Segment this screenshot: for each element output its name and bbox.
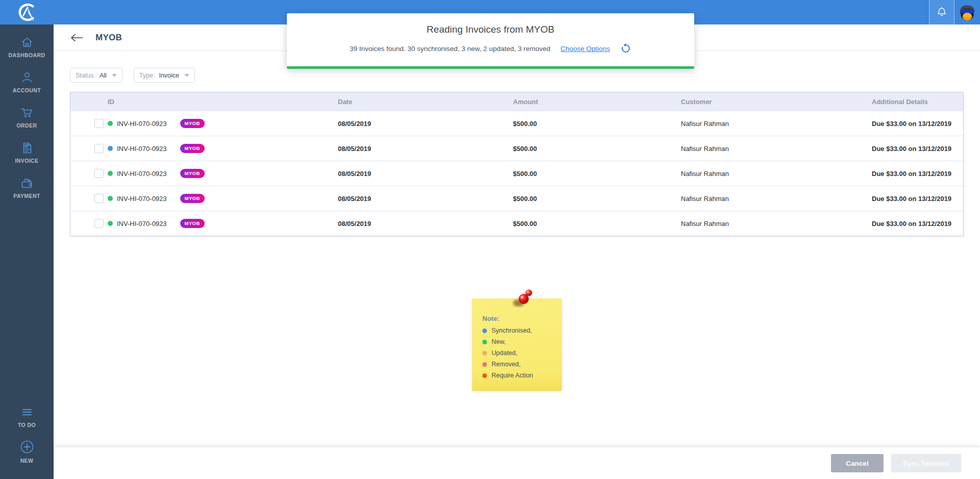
legend-dot — [482, 373, 487, 378]
user-icon — [20, 71, 34, 84]
invoice-date: 08/05/2019 — [338, 170, 513, 178]
status-dot — [108, 121, 113, 126]
source-badge: MYOB — [180, 119, 205, 128]
row-checkbox[interactable] — [94, 144, 104, 153]
source-badge: MYOB — [180, 219, 205, 228]
legend-dot — [482, 340, 487, 344]
footer-action-bar: Cancel Sync Selected — [54, 447, 980, 479]
status-dot — [108, 171, 113, 176]
sidebar-item-invoice[interactable]: $ INVOICE — [0, 138, 54, 167]
sidebar-label-dashboard: DASHBOARD — [9, 52, 45, 58]
choose-options-link[interactable]: Choose Options — [560, 45, 610, 53]
legend-item: Removed, — [482, 361, 562, 368]
type-filter-dropdown[interactable]: Type: Invoice — [134, 68, 195, 83]
row-checkbox[interactable] — [94, 194, 104, 203]
row-checkbox[interactable] — [94, 219, 104, 228]
sidebar-label-todo: TO DO — [18, 422, 36, 428]
sidebar-item-todo[interactable]: TO DO — [0, 402, 54, 431]
plus-circle-icon — [19, 439, 35, 455]
page-title: MYOB — [95, 33, 122, 43]
invoice-customer: Nafisur Rahman — [681, 145, 872, 153]
legend-item: Require Action — [482, 372, 562, 379]
main-content: MYOB Status: All Type: Invoice ID Date A… — [54, 24, 980, 479]
invoice-id: INV-HI-070-0923 — [117, 120, 167, 128]
status-dot — [108, 196, 113, 201]
id-cell: INV-HI-070-0923 MYOB — [70, 144, 338, 153]
row-checkbox[interactable] — [94, 169, 104, 178]
sync-selected-button[interactable]: Sync Selected — [891, 454, 961, 472]
cart-icon — [20, 106, 34, 119]
id-cell: INV-HI-070-0923 MYOB — [70, 219, 338, 228]
invoice-customer: Nafisur Rahman — [681, 195, 872, 203]
legend-item: New, — [482, 338, 562, 345]
sidebar-item-account[interactable]: ACCOUNT — [0, 68, 54, 96]
notifications-button[interactable] — [929, 0, 954, 24]
sidebar-item-dashboard[interactable]: DASHBOARD — [0, 33, 54, 61]
invoice-id: INV-HI-070-0923 — [117, 195, 167, 203]
column-header-amount: Amount — [513, 98, 681, 106]
invoice-details: Due $33.00 on 13/12/2019 — [872, 120, 963, 128]
invoice-id: INV-HI-070-0923 — [117, 145, 167, 153]
column-header-date: Date — [338, 98, 513, 106]
type-filter-value: Invoice — [159, 72, 179, 79]
refresh-spinner-icon — [620, 43, 631, 54]
brand-logo-icon — [16, 2, 38, 22]
legend-label: Removed, — [492, 361, 521, 368]
invoice-date: 08/05/2019 — [338, 220, 513, 228]
sidebar-item-order[interactable]: ORDER — [0, 103, 54, 132]
invoice-amount: $500.00 — [513, 220, 681, 228]
chevron-down-icon — [184, 74, 189, 77]
note-title: Note: — [482, 315, 562, 322]
avatar[interactable] — [959, 4, 976, 21]
legend-sticky-note: Note: Synchronised, New, Updated, Remove… — [472, 298, 562, 391]
column-header-id: ID — [70, 98, 338, 106]
row-checkbox[interactable] — [94, 119, 104, 128]
status-filter-dropdown[interactable]: Status: All — [70, 68, 122, 83]
penguin-avatar-icon — [959, 4, 976, 21]
app-logo[interactable] — [0, 0, 54, 24]
arrow-left-icon — [70, 33, 83, 42]
back-button[interactable] — [70, 32, 83, 43]
status-filter-label: Status: — [76, 72, 95, 79]
source-badge: MYOB — [180, 194, 205, 203]
sidebar-label-account: ACCOUNT — [13, 87, 41, 93]
invoice-amount: $500.00 — [513, 170, 681, 178]
legend-dot — [482, 329, 487, 333]
column-header-customer: Customer — [681, 98, 872, 106]
invoice-id: INV-HI-070-0923 — [117, 220, 167, 228]
table-row[interactable]: INV-HI-070-0923 MYOB 08/05/2019 $500.00 … — [70, 136, 963, 161]
id-cell: INV-HI-070-0923 MYOB — [70, 169, 338, 178]
invoice-date: 08/05/2019 — [338, 195, 513, 203]
invoice-icon: $ — [20, 141, 34, 155]
invoice-amount: $500.00 — [513, 145, 681, 153]
bell-icon — [936, 6, 948, 18]
table-row[interactable]: INV-HI-070-0923 MYOB 08/05/2019 $500.00 … — [70, 161, 963, 186]
legend-item: Updated, — [482, 349, 562, 357]
chevron-down-icon — [112, 74, 117, 77]
sidebar-label-new: NEW — [20, 458, 34, 464]
user-menu[interactable] — [954, 0, 980, 24]
svg-text:$: $ — [26, 144, 27, 147]
sidebar-label-order: ORDER — [17, 122, 37, 129]
source-badge: MYOB — [180, 169, 205, 178]
toast-title: Reading Invoices from MYOB — [287, 24, 694, 35]
invoice-customer: Nafisur Rahman — [681, 220, 872, 228]
id-cell: INV-HI-070-0923 MYOB — [70, 194, 338, 203]
invoice-details: Due $33.00 on 13/12/2019 — [872, 170, 963, 178]
table-row[interactable]: INV-HI-070-0923 MYOB 08/05/2019 $500.00 … — [70, 186, 963, 211]
invoice-id: INV-HI-070-0923 — [117, 170, 167, 178]
sidebar-label-payment: PAYMENT — [13, 193, 40, 199]
cancel-button[interactable]: Cancel — [831, 454, 884, 472]
sidebar-label-invoice: INVOICE — [15, 158, 39, 164]
invoice-date: 08/05/2019 — [338, 120, 513, 128]
table-row[interactable]: INV-HI-070-0923 MYOB 08/05/2019 $500.00 … — [70, 211, 963, 236]
source-badge: MYOB — [180, 144, 205, 153]
legend-item: Synchronised, — [482, 327, 562, 334]
sidebar-item-new[interactable]: NEW — [0, 436, 54, 467]
type-filter-label: Type: — [139, 72, 155, 79]
sidebar-item-payment[interactable]: PAYMENT — [0, 173, 54, 202]
table-body: INV-HI-070-0923 MYOB 08/05/2019 $500.00 … — [70, 111, 963, 236]
invoice-customer: Nafisur Rahman — [681, 170, 872, 178]
table-row[interactable]: INV-HI-070-0923 MYOB 08/05/2019 $500.00 … — [70, 111, 963, 136]
sidebar: DASHBOARD ACCOUNT ORDER $ INVOICE — [0, 24, 54, 479]
